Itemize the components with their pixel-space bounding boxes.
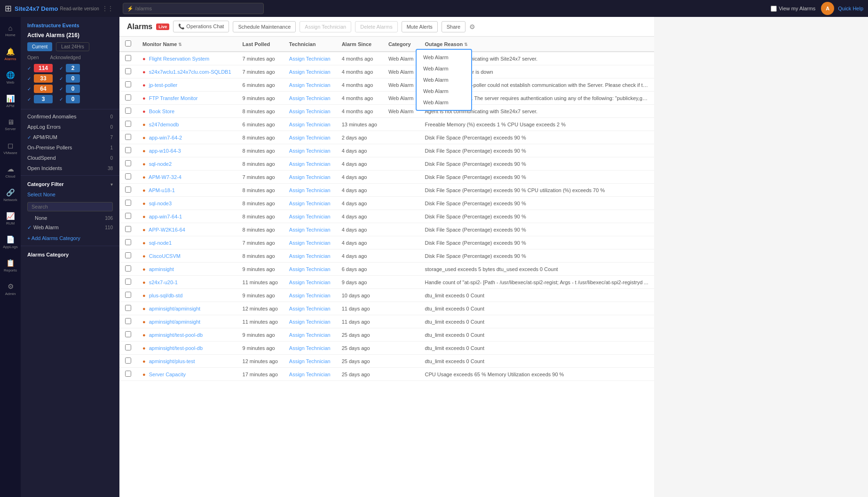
assign-technician-button[interactable]: Assign Technician <box>300 21 351 32</box>
category-search-input[interactable] <box>27 202 113 211</box>
sidebar-item-reports[interactable]: 📋 Reports <box>0 254 21 277</box>
row-checkbox[interactable] <box>125 94 131 101</box>
user-avatar[interactable]: A <box>821 2 834 15</box>
sidebar-item-alarms[interactable]: 🔔 Alarms <box>0 42 21 66</box>
row-checkbox[interactable] <box>125 279 131 285</box>
monitor-name-link[interactable]: apminsight <box>149 266 174 272</box>
monitor-name-link[interactable]: apminsight/apminsight <box>149 319 200 325</box>
popup-item-3[interactable]: Web Alarm <box>417 74 471 85</box>
popup-item-4[interactable]: Web Alarm <box>417 85 471 97</box>
monitor-name-link[interactable]: sql-node2 <box>149 161 172 167</box>
row-checkbox[interactable] <box>125 265 131 272</box>
row-checkbox[interactable] <box>125 252 131 258</box>
row-checkbox[interactable] <box>125 55 131 61</box>
assign-technician-link[interactable]: Assign Technician <box>289 293 331 298</box>
assign-technician-link[interactable]: Assign Technician <box>289 69 331 75</box>
sidebar-item-cloud[interactable]: ☁ Cloud <box>0 160 21 183</box>
assign-technician-link[interactable]: Assign Technician <box>289 82 331 88</box>
settings-icon[interactable]: ⚙ <box>469 23 475 31</box>
sidebar-item-network[interactable]: 🔗 Network <box>0 183 21 207</box>
monitor-name-link[interactable]: Server Capacity <box>149 372 186 377</box>
row-checkbox[interactable] <box>125 239 131 245</box>
row-checkbox[interactable] <box>125 200 131 206</box>
row-checkbox[interactable] <box>125 213 131 219</box>
row-checkbox[interactable] <box>125 81 131 87</box>
monitor-name-link[interactable]: jp-test-poller <box>149 82 178 88</box>
monitor-name-link[interactable]: sql-node1 <box>149 240 172 246</box>
search-input[interactable] <box>123 3 264 14</box>
sidebar-item-server[interactable]: 🖥 Server <box>0 113 21 136</box>
sidebar-group-item[interactable]: Confirmed Anomalies 0 <box>21 111 119 122</box>
assign-technician-link[interactable]: Assign Technician <box>289 332 331 338</box>
assign-technician-link[interactable]: Assign Technician <box>289 135 331 140</box>
row-checkbox[interactable] <box>125 331 131 337</box>
category-filter-item[interactable]: ✓Web Alarm 110 <box>21 223 119 233</box>
monitor-name-link[interactable]: app-win7-64-1 <box>149 214 182 219</box>
share-button[interactable]: Share <box>442 21 466 32</box>
assign-technician-link[interactable]: Assign Technician <box>289 240 331 246</box>
view-my-alarms-checkbox[interactable] <box>771 6 777 12</box>
row-checkbox[interactable] <box>125 318 131 324</box>
grid-icon[interactable]: ⊞ <box>5 3 12 14</box>
sidebar-item-rum[interactable]: 📈 RUM <box>0 207 21 230</box>
assign-technician-link[interactable]: Assign Technician <box>289 201 331 206</box>
monitor-name-link[interactable]: APM-u18-1 <box>149 187 175 193</box>
row-checkbox[interactable] <box>125 371 131 377</box>
assign-technician-link[interactable]: Assign Technician <box>289 56 331 62</box>
assign-technician-link[interactable]: Assign Technician <box>289 319 331 325</box>
sidebar-item-web[interactable]: 🌐 Web <box>0 66 21 89</box>
sidebar-item-apm[interactable]: 📊 APM <box>0 89 21 113</box>
sidebar-group-item[interactable]: CloudSpend 0 <box>21 153 119 163</box>
row-checkbox[interactable] <box>125 147 131 153</box>
monitor-name-link[interactable]: APP-W2K16-64 <box>149 227 185 233</box>
sidebar-group-item[interactable]: Open Incidents 38 <box>21 163 119 173</box>
monitor-name-link[interactable]: CiscoUCSVM <box>149 253 181 259</box>
row-checkbox[interactable] <box>125 173 131 179</box>
select-none-link[interactable]: Select None <box>21 191 119 200</box>
select-all-checkbox[interactable] <box>125 40 131 47</box>
row-checkbox[interactable] <box>125 121 131 127</box>
assign-technician-link[interactable]: Assign Technician <box>289 345 331 351</box>
sidebar-item-home[interactable]: ⌂ Home <box>0 19 21 42</box>
mute-alerts-button[interactable]: Mute Alerts <box>402 21 438 32</box>
sidebar-group-item[interactable]: ✓APM/RUM 7 <box>21 132 119 142</box>
monitor-name-link[interactable]: app-w10-64-3 <box>149 148 181 154</box>
assign-technician-link[interactable]: Assign Technician <box>289 306 331 311</box>
popup-item-1[interactable]: Web Alarm <box>417 52 471 63</box>
assign-technician-link[interactable]: Assign Technician <box>289 109 331 114</box>
assign-technician-link[interactable]: Assign Technician <box>289 253 331 259</box>
row-checkbox[interactable] <box>125 160 131 166</box>
schedule-maintenance-button[interactable]: Schedule Maintenance <box>233 21 296 32</box>
monitor-name-link[interactable]: apminsight/test-pool-db <box>149 345 203 351</box>
sidebar-item-vmware[interactable]: ◻ VMware <box>0 136 21 160</box>
row-checkbox[interactable] <box>125 344 131 350</box>
sidebar-item-applogs[interactable]: 📄 AppLogs <box>0 230 21 254</box>
monitor-name-link[interactable]: s24x7wclu1.s24x7clu.com-SQLDB1 <box>149 69 231 75</box>
sidebar-item-admin[interactable]: ⚙ Admin <box>0 277 21 301</box>
assign-technician-link[interactable]: Assign Technician <box>289 372 331 377</box>
monitor-name-link[interactable]: Book Store <box>149 109 174 114</box>
popup-item-2[interactable]: Web Alarm <box>417 63 471 74</box>
category-filter-item[interactable]: None 106 <box>21 213 119 223</box>
assign-technician-link[interactable]: Assign Technician <box>289 95 331 101</box>
row-checkbox[interactable] <box>125 226 131 232</box>
monitor-name-link[interactable]: apminsight/apminsight <box>149 306 200 311</box>
assign-technician-link[interactable]: Assign Technician <box>289 358 331 364</box>
assign-technician-link[interactable]: Assign Technician <box>289 148 331 154</box>
row-checkbox[interactable] <box>125 134 131 140</box>
quick-help-link[interactable]: Quick Help <box>838 6 863 11</box>
popup-item-5[interactable]: Web Alarm <box>417 97 471 108</box>
sidebar-group-item[interactable]: On-Premise Pollers 1 <box>21 142 119 153</box>
assign-technician-link[interactable]: Assign Technician <box>289 227 331 233</box>
sidebar-group-item[interactable]: AppLog Errors 0 <box>21 122 119 132</box>
monitor-name-link[interactable]: FTP Transfer Monitor <box>149 95 198 101</box>
add-alarms-category-link[interactable]: + Add Alarms Category <box>21 233 119 244</box>
tab-current[interactable]: Current <box>27 42 52 51</box>
monitor-name-link[interactable]: Flight Reservation System <box>149 56 209 62</box>
monitor-name-link[interactable]: s24x7-u20-1 <box>149 280 178 285</box>
operations-chat-button[interactable]: 📞 Operations Chat <box>173 21 229 32</box>
row-checkbox[interactable] <box>125 292 131 298</box>
row-checkbox[interactable] <box>125 305 131 311</box>
assign-technician-link[interactable]: Assign Technician <box>289 174 331 180</box>
assign-technician-link[interactable]: Assign Technician <box>289 187 331 193</box>
